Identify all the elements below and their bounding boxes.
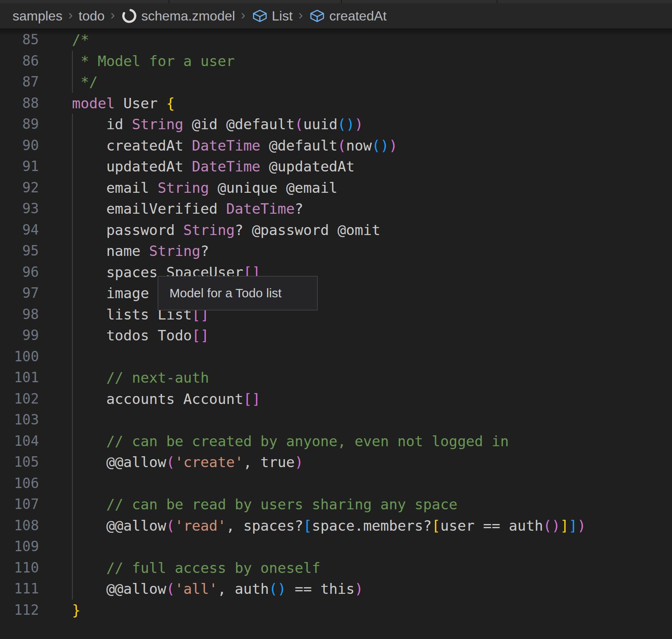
code-text: email String @unique @email [72,177,672,199]
line-number[interactable]: 88 [0,93,39,114]
code-line-104[interactable]: 104 // can be created by anyone, even no… [0,431,672,452]
indent-guide [72,389,73,410]
code-line-99[interactable]: 99 todos Todo[] [0,325,672,346]
token-comment: * Model for a user [72,53,235,69]
line-number[interactable]: 93 [0,198,39,220]
code-line-101[interactable]: 101 // next-auth [0,367,672,389]
line-number[interactable]: 112 [0,600,39,621]
breadcrumb-item-list[interactable]: List [251,8,293,24]
code-text [72,536,672,557]
line-number[interactable]: 85 [0,29,39,51]
line-number[interactable]: 105 [0,452,39,473]
token-default: @@allow [72,517,166,534]
code-line-91[interactable]: 91 updatedAt DateTime @updatedAt [0,156,672,177]
code-line-96[interactable]: 96 spaces SpaceUser[] [0,262,672,283]
token-b2: ) [295,454,303,470]
token-default: @@allow [72,454,166,470]
line-number[interactable]: 109 [0,536,39,557]
line-number[interactable]: 87 [0,72,39,93]
line-number[interactable]: 96 [0,262,39,283]
line-number[interactable]: 107 [0,494,39,515]
breadcrumb-item-createdat[interactable]: createdAt [309,8,387,24]
code-line-98[interactable]: 98 lists List[] [0,304,672,325]
breadcrumb-label: createdAt [329,8,387,24]
code-text: @@allow('create', true) [72,452,672,473]
code-line-95[interactable]: 95 name String? [0,240,672,262]
line-number[interactable]: 106 [0,473,39,494]
code-line-85[interactable]: 85/* [0,29,672,51]
code-text: /* [72,29,672,51]
code-line-87[interactable]: 87 */ [0,72,672,93]
token-b2: ( [295,116,303,133]
token-type: DateTime [192,137,261,154]
indent-guide [72,135,73,156]
code-line-105[interactable]: 105 @@allow('create', true) [0,452,672,473]
line-number[interactable]: 86 [0,51,39,72]
line-number[interactable]: 97 [0,283,39,304]
line-number[interactable]: 89 [0,114,39,135]
token-default: @updatedAt [260,158,354,175]
line-number[interactable]: 99 [0,325,39,346]
code-line-102[interactable]: 102 accounts Account[] [0,389,672,410]
token-default: emailVerified [72,200,226,217]
code-line-89[interactable]: 89 id String @id @default(uuid()) [0,114,672,135]
token-default: , auth [218,580,269,597]
indent-guide [72,220,73,241]
line-number[interactable]: 100 [0,346,39,368]
indent-guide [72,473,73,494]
token-b1: ] [560,517,569,534]
line-number[interactable]: 101 [0,367,39,389]
code-line-112[interactable]: 112} [0,600,672,621]
code-line-92[interactable]: 92 email String @unique @email [0,177,672,199]
editor-pane[interactable]: 85/*86 * Model for a user87 */88model Us… [0,28,672,639]
code-line-106[interactable]: 106 [0,473,672,494]
token-comment: /* [72,31,89,48]
token-comment: // full access by oneself [72,560,321,576]
line-number[interactable]: 94 [0,220,39,241]
code-line-103[interactable]: 103 [0,409,672,431]
code-line-110[interactable]: 110 // full access by oneself [0,557,672,579]
line-number[interactable]: 91 [0,156,39,177]
token-default: lists [72,306,158,323]
code-line-94[interactable]: 94 password String? @password @omit [0,220,672,241]
code-line-90[interactable]: 90 createdAt DateTime @default(now()) [0,135,672,156]
code-line-93[interactable]: 93 emailVerified DateTime? [0,198,672,220]
line-number[interactable]: 104 [0,431,39,452]
line-number[interactable]: 90 [0,135,39,156]
token-b2: ( [166,580,174,597]
indent-guide [72,304,73,325]
breadcrumb-item-schema-zmodel[interactable]: schema.zmodel [121,8,235,24]
code-text: updatedAt DateTime @updatedAt [72,156,672,177]
breadcrumb-item-samples[interactable]: samples [13,8,62,24]
code-line-111[interactable]: 111 @@allow('all', auth() == this) [0,578,672,600]
code-line-100[interactable]: 100 [0,346,672,368]
token-b2: [] [243,391,260,407]
token-b2: [] [192,327,209,344]
code-line-88[interactable]: 88model User { [0,93,672,114]
line-number[interactable]: 95 [0,240,39,262]
line-number[interactable]: 102 [0,389,39,410]
token-type: String [132,116,183,133]
token-default: uuid [303,116,338,133]
token-b2: ( [338,137,346,154]
code-line-109[interactable]: 109 [0,536,672,557]
indent-guide [72,51,73,72]
token-b2: ( [166,454,174,470]
line-number[interactable]: 111 [0,578,39,600]
code-text: model User { [72,93,672,114]
code-line-107[interactable]: 107 // can be read by users sharing any … [0,494,672,515]
line-number[interactable]: 103 [0,409,39,431]
code-line-108[interactable]: 108 @@allow('read', spaces?[space.member… [0,515,672,537]
token-b3: ] [569,517,577,534]
line-number[interactable]: 110 [0,557,39,579]
code-text: accounts Account[] [72,389,672,410]
code-line-97[interactable]: 97 image [0,283,672,304]
code-text: * Model for a user [72,51,672,72]
code-text: emailVerified DateTime? [72,198,672,220]
code-line-86[interactable]: 86 * Model for a user [0,51,672,72]
line-number[interactable]: 92 [0,177,39,199]
indent-guide [72,409,73,431]
breadcrumb-item-todo[interactable]: todo [79,8,105,24]
line-number[interactable]: 108 [0,515,39,537]
line-number[interactable]: 98 [0,304,39,325]
